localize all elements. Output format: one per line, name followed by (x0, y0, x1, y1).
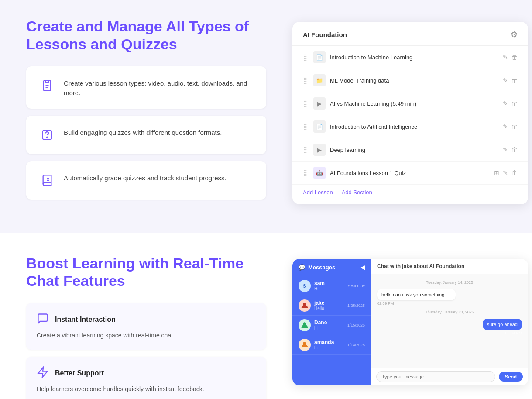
lesson-row: ⣿ ▶ Deep learning ✎ 🗑 (292, 138, 528, 162)
chat-messages-area: Tuesday, January 14, 2025 hello can i as… (371, 274, 528, 368)
dane-preview: hi (314, 326, 344, 330)
lesson-actions: ✎ 🗑 (503, 54, 518, 61)
section-right-lessons: AI Foundation ⚙ ⣿ 📄 Introduction to Mach… (292, 17, 528, 204)
lesson-name: ML Model Training data (330, 77, 498, 84)
chat-bubble-received: hello can i ask you something (377, 289, 456, 300)
amanda-preview: hi (314, 345, 344, 350)
lesson-video2-icon: ▶ (313, 144, 326, 156)
section-left-chat: Boost Learning with Real-Time Chat Featu… (26, 255, 266, 399)
sent-message-1: sure go ahead 05:34 PM (377, 319, 522, 335)
chat-panel: 💬 Messages ◀ S sam Hi Yesterday (292, 259, 528, 385)
amanda-avatar (299, 339, 311, 351)
jake-avatar-img (301, 302, 309, 310)
speech-icon (37, 313, 49, 325)
date-divider-1: Tuesday, January 14, 2025 (377, 280, 522, 285)
dane-time: 1/15/2025 (347, 323, 365, 327)
edit-icon[interactable]: ✎ (503, 123, 508, 130)
drag-handle[interactable]: ⣿ (303, 77, 307, 84)
lesson-name: Introduction to Machine Learning (330, 54, 498, 61)
panel-title: AI Foundation (303, 31, 347, 38)
jake-time: 1/25/2025 (347, 303, 365, 308)
dane-info: Dane hi (314, 320, 344, 330)
section-lessons: Create and Manage All Types of Lessons a… (0, 0, 532, 233)
chat-user-row-amanda[interactable]: amanda hi 1/14/2025 (292, 335, 371, 355)
svg-point-4 (47, 137, 48, 138)
chat-input[interactable] (376, 371, 495, 382)
sam-info: sam Hi (314, 280, 344, 291)
chat-user-row-jake[interactable]: jake Hello 1/25/2025 (292, 296, 371, 316)
lesson-actions: ✎ 🗑 (503, 100, 518, 107)
section-chat: Boost Learning with Real-Time Chat Featu… (0, 233, 532, 399)
feature-card-quizzes: Build engaging quizzes with different qu… (26, 116, 266, 154)
chat-user-row-sam[interactable]: S sam Hi Yesterday (292, 276, 371, 296)
support-title: Better Support (55, 369, 104, 377)
sidebar-close-icon[interactable]: ◀ (360, 264, 365, 271)
chat-sidebar: 💬 Messages ◀ S sam Hi Yesterday (292, 259, 371, 385)
delete-icon[interactable]: 🗑 (511, 146, 518, 153)
drag-handle[interactable]: ⣿ (303, 100, 307, 107)
drag-handle[interactable]: ⣿ (303, 123, 307, 130)
lesson-folder-icon: 📁 (313, 74, 326, 86)
dane-avatar-img (301, 321, 309, 329)
chat-user-row-dane[interactable]: Dane hi 1/15/2025 (292, 316, 371, 335)
drag-handle[interactable]: ⣿ (303, 169, 307, 176)
section1-title: Create and Manage All Types of Lessons a… (26, 17, 266, 53)
lesson-doc2-icon: 📄 (313, 120, 326, 133)
delete-icon[interactable]: 🗑 (511, 100, 518, 107)
delete-icon[interactable]: 🗑 (511, 169, 518, 176)
chat-feature-support: Better Support Help learners overcome hu… (26, 357, 266, 399)
edit-icon[interactable]: ✎ (503, 54, 508, 61)
jake-avatar (299, 299, 311, 312)
quiz-icon (41, 129, 53, 141)
feature-text-quizzes: Build engaging quizzes with different qu… (64, 126, 222, 138)
message-icon: 💬 (299, 264, 305, 271)
preview-icon[interactable]: ⊞ (494, 169, 499, 176)
drag-handle[interactable]: ⣿ (303, 146, 307, 153)
lesson-row: ⣿ 📁 ML Model Training data ✎ 🗑 (292, 69, 528, 92)
lesson-name: Deep learning (330, 147, 498, 153)
add-section-link[interactable]: Add Section (342, 189, 372, 196)
chat-layout: 💬 Messages ◀ S sam Hi Yesterday (292, 259, 528, 385)
lesson-video-icon: ▶ (313, 97, 326, 110)
feature-card-lesson-types: Create various lesson types: video, audi… (26, 66, 266, 109)
lesson-types-icon (38, 77, 56, 94)
support-desc: Help learners overcome hurdles quickly w… (37, 385, 256, 394)
lesson-actions: ✎ 🗑 (503, 77, 518, 84)
panel-header: AI Foundation ⚙ (292, 22, 528, 46)
add-lesson-link[interactable]: Add Lesson (303, 189, 333, 196)
section-right-chat: 💬 Messages ◀ S sam Hi Yesterday (292, 255, 528, 385)
lesson-actions: ✎ 🗑 (503, 123, 518, 130)
lesson-row: ⣿ 📄 Introduction to Artificial Intellige… (292, 115, 528, 138)
lesson-name: Introduction to Artificial Intelligence (330, 124, 498, 130)
jake-name: jake (314, 300, 344, 306)
edit-icon[interactable]: ✎ (503, 169, 508, 176)
lesson-quiz-icon: 🤖 (313, 167, 326, 179)
sam-time: Yesterday (347, 284, 365, 288)
send-button[interactable]: Send (499, 372, 523, 382)
sam-name: sam (314, 280, 344, 286)
lesson-row: ⣿ 📄 Introduction to Machine Learning ✎ 🗑 (292, 46, 528, 69)
delete-icon[interactable]: 🗑 (511, 54, 518, 61)
lesson-row-quiz: ⣿ 🤖 AI Foundations Lesson 1 Quiz ⊞ ✎ 🗑 (292, 162, 528, 185)
section-left-lessons: Create and Manage All Types of Lessons a… (26, 17, 266, 206)
delete-icon[interactable]: 🗑 (511, 77, 518, 84)
quiz-icon-container (38, 126, 56, 144)
edit-icon[interactable]: ✎ (503, 146, 508, 153)
jake-info: jake Hello (314, 300, 344, 311)
chat-feature-instant-header: Instant Interaction (37, 313, 256, 327)
delete-icon[interactable]: 🗑 (511, 123, 518, 130)
gear-icon[interactable]: ⚙ (511, 30, 518, 39)
feature-text-lesson-types: Create various lesson types: video, audi… (64, 77, 254, 98)
received-message-1: hello can i ask you something 02:09 PM (377, 289, 522, 306)
book-icon (41, 174, 53, 186)
edit-icon[interactable]: ✎ (503, 100, 508, 107)
lesson-name: AI vs Machine Learning (5:49 min) (330, 100, 498, 107)
clipboard-icon (41, 79, 53, 92)
edit-icon[interactable]: ✎ (503, 77, 508, 84)
chat-bubble-received-time: 02:09 PM (377, 301, 522, 306)
chat-bubble-sent: sure go ahead (483, 319, 522, 330)
messages-label: 💬 Messages (299, 264, 335, 271)
instant-title: Instant Interaction (55, 316, 116, 323)
lesson-row: ⣿ ▶ AI vs Machine Learning (5:49 min) ✎ … (292, 92, 528, 115)
drag-handle[interactable]: ⣿ (303, 54, 307, 61)
